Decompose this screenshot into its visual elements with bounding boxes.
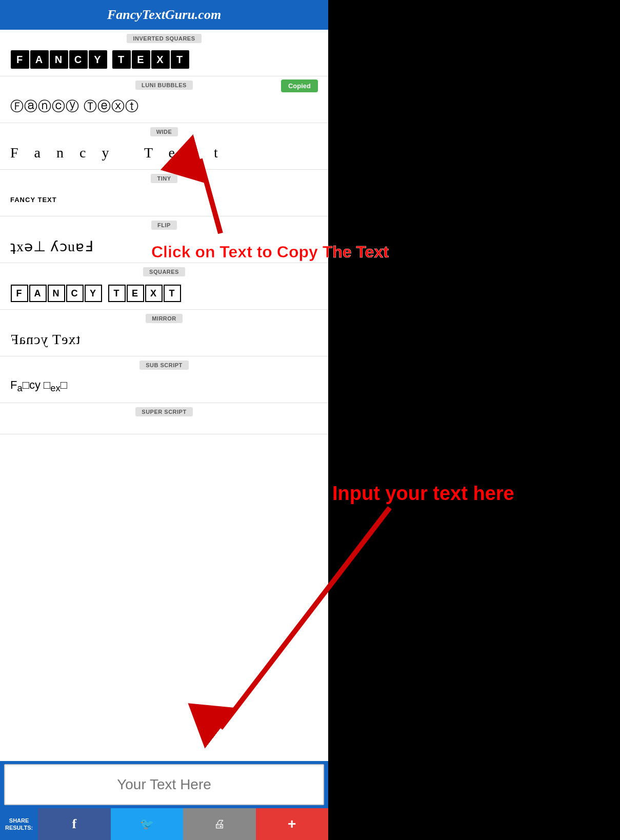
wide-content[interactable]: F a n c y T e x t <box>0 138 328 169</box>
label-squares: SQUARES <box>143 267 185 276</box>
inverted-squares-text[interactable]: FANCYTEXT <box>10 50 190 69</box>
section-tiny: TINY FANCY TEXT <box>0 170 328 216</box>
section-wide: WIDE F a n c y T e x t <box>0 123 328 170</box>
luni-label-row: LUNI BUBBLES Copied <box>0 76 328 92</box>
section-squares: SQUARES FANCYTEXT <box>0 263 328 310</box>
label-luni-bubbles: LUNI BUBBLES <box>135 81 193 90</box>
section-subscript: SUB SCRIPT Fa□cy □ex□ <box>0 356 328 403</box>
sq-t: T <box>108 285 126 302</box>
section-flip: FLIP ʇxǝ⊥ ʎɔuɐℲ <box>0 216 328 263</box>
site-title: FancyTextGuru.com <box>107 7 221 22</box>
site-header: FancyTextGuru.com <box>0 0 328 30</box>
sq-x: X <box>145 285 163 302</box>
wide-label-row: WIDE <box>0 123 328 138</box>
twitter-share-button[interactable]: 🐦 <box>111 808 183 840</box>
subscript-content[interactable]: Fa□cy □ex□ <box>0 372 328 403</box>
tiny-label-row: TINY <box>0 170 328 185</box>
more-icon: + <box>288 816 296 832</box>
squares-content[interactable]: FANCYTEXT <box>0 278 328 309</box>
section-inverted-squares: INVERTED SQUARES FANCYTEXT <box>0 30 328 76</box>
flip-content[interactable]: ʇxǝ⊥ ʎɔuɐℲ <box>0 232 328 263</box>
mirror-text[interactable]: txeT ycnaF <box>10 331 80 348</box>
char-x: X <box>151 50 170 69</box>
label-superscript: SUPER SCRIPT <box>135 407 192 416</box>
char-t2: T <box>171 50 189 69</box>
char-t: T <box>112 50 131 69</box>
sq-a: A <box>29 285 47 302</box>
luni-bubbles-content[interactable]: Ⓕⓐⓝⓒⓨ Ⓣⓔⓧⓣ <box>0 92 328 123</box>
sq-t2: T <box>164 285 181 302</box>
char-n: N <box>50 50 68 69</box>
print-share-button[interactable]: 🖨 <box>183 808 255 840</box>
tiny-text[interactable]: FANCY TEXT <box>10 196 57 204</box>
section-superscript: SUPER SCRIPT <box>0 403 328 434</box>
copied-badge: Copied <box>281 79 318 92</box>
label-flip: FLIP <box>151 221 177 230</box>
sq-y: Y <box>85 285 102 302</box>
subscript-label-row: SUB SCRIPT <box>0 356 328 372</box>
sections-container: INVERTED SQUARES FANCYTEXT LUNI BUBBLES … <box>0 30 328 761</box>
char-e: E <box>132 50 150 69</box>
main-panel: FancyTextGuru.com INVERTED SQUARES FANCY… <box>0 0 328 840</box>
section-label-row: INVERTED SQUARES <box>0 30 328 45</box>
label-inverted-squares: INVERTED SQUARES <box>127 34 201 43</box>
sq-e: E <box>127 285 144 302</box>
mirror-content[interactable]: txeT ycnaF <box>0 325 328 356</box>
facebook-share-button[interactable]: f <box>38 808 110 840</box>
tiny-content[interactable]: FANCY TEXT <box>0 185 328 216</box>
char-c: C <box>69 50 88 69</box>
share-label: SHARERESULTS: <box>0 817 38 832</box>
luni-bubbles-text[interactable]: Ⓕⓐⓝⓒⓨ Ⓣⓔⓧⓣ <box>10 97 139 115</box>
sq-c: C <box>66 285 84 302</box>
sq-n: N <box>48 285 65 302</box>
squares-label-row: SQUARES <box>0 263 328 278</box>
more-share-button[interactable]: + <box>256 808 328 840</box>
inverted-squares-content[interactable]: FANCYTEXT <box>0 45 328 76</box>
char-y: Y <box>89 50 107 69</box>
section-luni-bubbles: LUNI BUBBLES Copied Ⓕⓐⓝⓒⓨ Ⓣⓔⓧⓣ <box>0 76 328 123</box>
print-icon: 🖨 <box>214 817 225 831</box>
char-f: F <box>11 50 29 69</box>
section-mirror: MIRROR txeT ycnaF <box>0 310 328 356</box>
flip-text[interactable]: ʇxǝ⊥ ʎɔuɐℲ <box>10 238 93 255</box>
char-a: A <box>30 50 49 69</box>
label-tiny: TINY <box>151 174 177 183</box>
label-subscript: SUB SCRIPT <box>139 361 189 370</box>
superscript-content[interactable] <box>0 418 328 434</box>
svg-text:Input your text here: Input your text here <box>332 483 514 504</box>
facebook-icon: f <box>72 816 77 832</box>
input-bar <box>0 761 328 808</box>
mirror-label-row: MIRROR <box>0 310 328 325</box>
sq-f: F <box>11 285 28 302</box>
label-wide: WIDE <box>150 127 178 136</box>
text-input[interactable] <box>4 764 324 805</box>
superscript-label-row: SUPER SCRIPT <box>0 403 328 418</box>
wide-text[interactable]: F a n c y T e x t <box>10 145 224 161</box>
share-bar: SHARERESULTS: f 🐦 🖨 + <box>0 808 328 840</box>
squares-text[interactable]: FANCYTEXT <box>10 284 182 302</box>
label-mirror: MIRROR <box>146 314 183 323</box>
twitter-icon: 🐦 <box>140 817 154 831</box>
subscript-text[interactable]: Fa□cy □ex□ <box>10 378 67 394</box>
flip-label-row: FLIP <box>0 216 328 232</box>
